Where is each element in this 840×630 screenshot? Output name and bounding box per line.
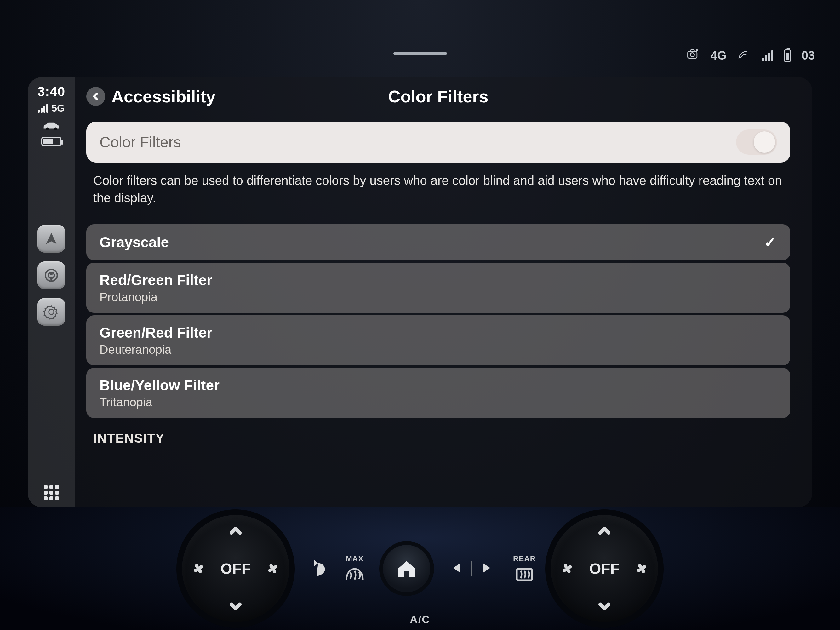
ac-label: A/C [410,613,430,625]
option-subtitle: Deuteranopia [99,343,212,357]
svg-point-3 [46,128,49,130]
fan-icon [560,561,575,576]
defrost-max-button[interactable]: MAX [344,554,365,583]
svg-point-4 [54,128,57,130]
media-controls [448,561,495,576]
max-label: MAX [346,554,363,563]
climate-bar: OFF MAX REAR [0,507,840,630]
option-subtitle: Protanopia [99,291,212,304]
app-grid-button[interactable] [44,485,59,500]
home-button[interactable] [383,545,430,592]
fan-icon [634,561,649,576]
chevron-down-icon [598,600,611,613]
back-hw-button[interactable] [304,559,326,579]
cell-bars-icon [38,104,48,113]
chevron-up-icon [229,524,242,537]
sidebar-app-settings[interactable] [38,298,65,326]
sidebar-app-maps[interactable] [38,225,65,253]
prev-track-button[interactable] [448,561,463,576]
vehicle-clock-fragment: 03 [802,49,815,62]
svg-point-2 [696,49,698,51]
color-filters-toggle-row[interactable]: Color Filters [86,122,790,163]
gps-icon [737,47,751,64]
fan-icon [191,561,206,576]
option-title: Red/Green Filter [99,272,212,289]
option-green-red[interactable]: Green/Red Filter Deuteranopia [86,315,790,365]
left-dial-label: OFF [221,560,251,577]
sidebar-app-podcasts[interactable] [38,261,65,289]
svg-point-1 [690,53,695,57]
next-track-button[interactable] [481,561,495,576]
defrost-rear-icon [514,566,534,583]
intensity-section-label: INTENSITY [93,431,790,445]
right-dial-label: OFF [589,560,619,577]
back-button[interactable] [86,87,105,106]
toggle-label: Color Filters [99,134,181,151]
podcasts-icon [43,267,59,283]
camera-icon [686,47,700,64]
chevron-left-icon [92,92,100,101]
signal-bars-icon [762,50,773,62]
carplay-panel: 3:40 5G Accessibili [28,77,812,507]
rear-label: REAR [513,554,536,563]
sidebar-status: 5G [38,103,65,114]
chevron-down-icon [229,600,242,613]
carplay-sidebar: 3:40 5G [28,77,75,507]
right-temp-dial[interactable]: OFF [551,515,658,622]
chevron-up-icon [598,524,611,537]
filter-options-list: Grayscale ✓ Red/Green Filter Protanopia … [86,224,790,418]
option-grayscale[interactable]: Grayscale ✓ [86,224,790,260]
defrost-front-icon [344,566,365,583]
option-red-green[interactable]: Red/Green Filter Protanopia [86,263,790,313]
option-subtitle: Tritanopia [99,396,219,409]
center-cluster: MAX REAR [304,545,536,592]
toggle-switch[interactable] [736,129,777,155]
defrost-rear-button[interactable]: REAR [513,554,536,583]
maps-arrow-icon [43,231,59,246]
vehicle-battery-icon [784,49,791,62]
divider [471,561,472,576]
car-icon [42,120,61,132]
gear-icon [43,304,59,320]
description-text: Color filters can be used to differentia… [93,172,783,207]
option-title: Blue/Yellow Filter [99,377,219,394]
option-title: Grayscale [99,234,169,251]
left-temp-dial[interactable]: OFF [182,515,289,622]
option-blue-yellow[interactable]: Blue/Yellow Filter Tritanopia [86,368,790,418]
display-notch [393,52,447,55]
sidebar-network-label: 5G [51,103,65,114]
back-label[interactable]: Accessibility [112,87,215,106]
checkmark-icon: ✓ [764,233,777,251]
phone-battery-icon [41,137,62,146]
sidebar-time: 3:40 [38,84,65,99]
ac-button[interactable]: A/C [410,613,430,625]
network-type-label: 4G [711,49,726,62]
settings-content: Accessibility Color Filters Color Filter… [75,77,812,507]
vehicle-status-bar: 4G 03 [686,47,815,64]
option-title: Green/Red Filter [99,324,212,341]
fan-icon [265,561,280,576]
home-icon [395,557,418,580]
header-bar: Accessibility Color Filters [86,83,790,110]
svg-point-7 [50,273,53,275]
